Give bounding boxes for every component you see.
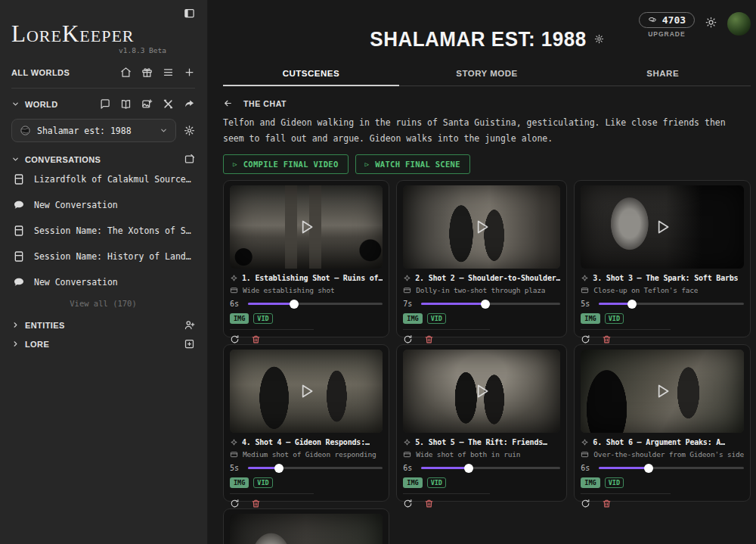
collapse-sidebar-icon[interactable] [184, 8, 195, 19]
vid-badge[interactable]: VID [427, 313, 446, 324]
sparkle-icon [230, 274, 238, 282]
delete-icon[interactable] [251, 499, 261, 508]
conversation-item[interactable]: New Conversation [11, 269, 195, 295]
tab-story-mode[interactable]: STORY MODE [399, 61, 575, 85]
duration-label: 5s [581, 300, 593, 308]
book-open-icon[interactable] [120, 98, 132, 110]
share-icon[interactable] [184, 98, 195, 110]
tools-icon[interactable] [163, 98, 174, 110]
img-badge[interactable]: IMG [403, 313, 422, 324]
tab-share[interactable]: SHARE [575, 61, 751, 85]
add-world-icon[interactable] [184, 67, 195, 78]
delete-icon[interactable] [602, 499, 612, 508]
conversation-item[interactable]: Lizardfolk of Calakmul Source… [11, 166, 195, 192]
conversation-item[interactable]: Session Name: History of Land… [11, 244, 195, 269]
img-badge[interactable]: IMG [230, 313, 249, 324]
chevron-down-icon[interactable] [11, 155, 20, 163]
list-icon[interactable] [163, 67, 174, 78]
regenerate-icon[interactable] [581, 334, 590, 344]
slider-thumb[interactable] [274, 464, 284, 473]
action-buttons: ▷ COMPILE FINAL VIDEO ▷ WATCH FINAL SCEN… [223, 154, 751, 174]
scene-description: Telfon and Gideon walking in the ruins o… [223, 115, 751, 146]
add-entity-icon[interactable] [184, 319, 195, 331]
regenerate-icon[interactable] [403, 334, 413, 344]
duration-slider[interactable] [421, 303, 560, 305]
home-icon[interactable] [120, 67, 132, 78]
scene-thumbnail[interactable] [581, 185, 744, 269]
world-settings-gear-icon[interactable] [184, 125, 195, 136]
regenerate-icon[interactable] [230, 334, 240, 344]
regenerate-icon[interactable] [403, 499, 413, 508]
scene-thumbnail[interactable] [581, 350, 744, 433]
slider-thumb[interactable] [464, 464, 473, 473]
conversation-item[interactable]: Session Name: The Xotons of S… [11, 218, 195, 244]
theme-sun-icon[interactable] [705, 17, 717, 28]
regenerate-icon[interactable] [581, 499, 590, 508]
scene-thumbnail[interactable] [230, 514, 383, 544]
back-to-chat[interactable]: THE CHAT [223, 98, 751, 108]
journal-icon [13, 173, 25, 185]
topbar: SHALAMAR EST: 1988 4703 UPGRADE [223, 0, 751, 61]
view-all-link[interactable]: View all (170) [11, 299, 195, 308]
img-badge[interactable]: IMG [403, 477, 422, 488]
credits-pill[interactable]: 4703 [639, 12, 695, 28]
watch-final-scene-button[interactable]: ▷ WATCH FINAL SCENE [355, 154, 470, 174]
world-select-dropdown[interactable]: Shalamar est: 1988 [11, 119, 176, 142]
gift-icon[interactable] [141, 67, 153, 78]
vid-badge[interactable]: VID [427, 477, 446, 488]
scene-thumbnail[interactable] [230, 185, 383, 269]
vid-badge[interactable]: VID [253, 477, 272, 488]
chevron-right-icon[interactable] [11, 321, 20, 329]
slider-thumb[interactable] [627, 300, 637, 309]
play-icon[interactable] [472, 381, 491, 401]
conversation-item[interactable]: New Conversation [11, 192, 195, 218]
duration-slider[interactable] [421, 467, 560, 469]
regenerate-icon[interactable] [230, 499, 240, 508]
chevron-right-icon[interactable] [11, 340, 20, 348]
shot-description: Close-up on Teflon's face [593, 286, 698, 294]
play-icon[interactable] [652, 217, 672, 237]
play-icon[interactable] [472, 217, 491, 237]
vid-badge[interactable]: VID [605, 313, 624, 324]
vid-badge[interactable]: VID [605, 477, 624, 488]
clapper-icon [230, 286, 238, 294]
image-plus-icon[interactable] [141, 98, 153, 110]
shot-description: Dolly-in two-shot through plaza [416, 286, 545, 294]
img-badge[interactable]: IMG [581, 477, 600, 488]
shot-description: Medium shot of Gideon responding [243, 450, 376, 459]
new-conversation-icon[interactable] [184, 154, 195, 165]
compile-final-video-button[interactable]: ▷ COMPILE FINAL VIDEO [223, 154, 349, 174]
duration-slider[interactable] [599, 303, 744, 305]
delete-icon[interactable] [251, 334, 261, 344]
delete-icon[interactable] [424, 334, 434, 344]
duration-slider[interactable] [248, 467, 383, 469]
slider-thumb[interactable] [290, 300, 299, 309]
duration-slider[interactable] [599, 467, 744, 469]
chevron-down-icon[interactable] [11, 100, 20, 108]
delete-icon[interactable] [602, 334, 612, 344]
add-lore-icon[interactable] [184, 338, 195, 350]
sparkle-icon [581, 438, 589, 446]
scene-thumbnail[interactable] [403, 185, 560, 269]
duration-slider[interactable] [248, 303, 383, 305]
tab-cutscenes[interactable]: CUTSCENES [223, 61, 399, 85]
scene-settings-gear-icon[interactable] [594, 34, 604, 44]
delete-icon[interactable] [424, 499, 434, 508]
img-badge[interactable]: IMG [230, 477, 249, 488]
vid-badge[interactable]: VID [253, 313, 272, 324]
play-icon: ▷ [365, 160, 370, 168]
play-icon[interactable] [296, 381, 316, 401]
play-icon[interactable] [652, 381, 672, 401]
user-avatar[interactable] [727, 12, 751, 36]
play-icon[interactable] [296, 217, 316, 237]
scene-card: 6. Shot 6 — Argument Peaks: A… Over-the-… [574, 344, 751, 502]
upgrade-link[interactable]: UPGRADE [648, 30, 686, 38]
new-chat-icon[interactable] [99, 98, 110, 110]
scene-title: 4. Shot 4 — Gideon Responds:… [242, 438, 370, 446]
scene-thumbnail[interactable] [230, 350, 383, 433]
img-badge[interactable]: IMG [581, 313, 600, 324]
slider-thumb[interactable] [481, 300, 490, 309]
world-section-label: WORLD [25, 100, 58, 109]
slider-thumb[interactable] [644, 464, 653, 473]
scene-thumbnail[interactable] [403, 350, 560, 433]
